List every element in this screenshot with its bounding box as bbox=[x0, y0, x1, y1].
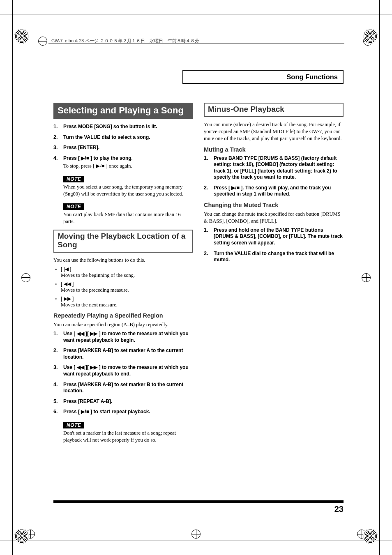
step-number: 5. bbox=[53, 398, 59, 405]
step-number: 6. bbox=[53, 409, 59, 415]
step-text: Turn the VALUE dial to change the track … bbox=[214, 251, 344, 263]
registration-mark-icon bbox=[191, 530, 201, 539]
crop-line-right bbox=[379, 0, 380, 555]
step-item: 1.Press MODE [SONG] so the button is lit… bbox=[53, 124, 193, 130]
note-badge: NOTE bbox=[63, 176, 84, 182]
registration-mark-icon bbox=[38, 37, 47, 46]
left-column: Selecting and Playing a Song 1.Press MOD… bbox=[53, 103, 193, 447]
step-number: 2. bbox=[204, 251, 210, 263]
crop-line-bottom bbox=[0, 541, 392, 541]
step-text: Press [REPEAT A-B]. bbox=[63, 398, 193, 405]
heading-muting-track: Muting a Track bbox=[204, 146, 344, 153]
step-number: 1. bbox=[204, 227, 210, 246]
footer-rule bbox=[53, 500, 344, 503]
step-number: 2. bbox=[204, 185, 210, 198]
step-text: Turn the VALUE dial to select a song. bbox=[63, 134, 193, 141]
fast-forward-icon: [ ▶▶ ] bbox=[61, 296, 74, 302]
button-desc: Moves to the next measure. bbox=[61, 302, 193, 308]
step-number: 1. bbox=[53, 331, 59, 343]
skip-start-icon: [ |◀ ] bbox=[61, 266, 71, 272]
right-column: Minus-One Playback You can mute (silence… bbox=[204, 103, 344, 447]
step-item: 2.Press [MARKER A-B] to set marker A to … bbox=[53, 348, 193, 360]
step-text: Press and hold one of the BAND TYPE butt… bbox=[214, 227, 344, 246]
step-item: 4.Press [ ▶/■ ] to play the song.To stop… bbox=[53, 155, 193, 169]
list-item: [ ▶▶ ]Moves to the next measure. bbox=[53, 296, 193, 308]
registration-mark-icon bbox=[21, 273, 30, 282]
heading-repeat-region: Repeatedly Playing a Specified Region bbox=[53, 312, 193, 319]
crop-line-top bbox=[0, 14, 392, 14]
heading-minus-one-playback: Minus-One Playback bbox=[204, 103, 344, 117]
step-main-text: Press [ ▶/■ ] to play the song. bbox=[63, 155, 133, 161]
step-number: 2. bbox=[53, 348, 59, 360]
step-text: Press [ ▶/■ ] to start repeat playback. bbox=[63, 409, 193, 415]
step-text: Press [ ▶/■ ]. The song will play, and t… bbox=[214, 185, 344, 198]
step-item: 3.Press [ENTER]. bbox=[53, 145, 193, 151]
color-registration-icon bbox=[14, 29, 29, 44]
section-title: Song Functions bbox=[286, 73, 338, 81]
step-sub-text: To stop, press [ ▶/■ ] once again. bbox=[63, 163, 193, 169]
step-text: Press MODE [SONG] so the button is lit. bbox=[63, 124, 193, 130]
step-item: 2.Turn the VALUE dial to select a song. bbox=[53, 134, 193, 141]
step-number: 1. bbox=[53, 124, 59, 130]
list-item: [ |◀ ]Moves to the beginning of the song… bbox=[53, 266, 193, 279]
step-number: 4. bbox=[53, 382, 59, 394]
button-desc: Moves to the preceding measure. bbox=[61, 287, 193, 293]
step-text: Press [MARKER A-B] to set marker A to th… bbox=[63, 348, 193, 360]
step-item: 5.Press [REPEAT A-B]. bbox=[53, 398, 193, 405]
rewind-icon: [ ◀◀ ] bbox=[61, 281, 74, 287]
color-registration-icon bbox=[363, 529, 378, 543]
note-text: When you select a user song, the tempora… bbox=[63, 184, 193, 198]
crop-line-left bbox=[12, 0, 13, 555]
step-text: Press BAND TYPE [DRUMS & BASS] (factory … bbox=[214, 155, 344, 181]
page-number: 23 bbox=[334, 504, 344, 514]
step-number: 3. bbox=[53, 145, 59, 151]
intro-text: You can use the following buttons to do … bbox=[53, 257, 193, 264]
steps-changing-muted: 1.Press and hold one of the BAND TYPE bu… bbox=[204, 227, 344, 263]
step-item: 6.Press [ ▶/■ ] to start repeat playback… bbox=[53, 409, 193, 415]
heading-selecting-playing-song: Selecting and Playing a Song bbox=[53, 103, 193, 119]
note-text: You can't play back SMF data that contai… bbox=[63, 211, 193, 225]
button-desc: Moves to the beginning of the song. bbox=[61, 272, 193, 279]
note-text: Don't set a marker in the last measure o… bbox=[63, 430, 193, 444]
step-text: Press [MARKER A-B] to set marker B to th… bbox=[63, 382, 193, 394]
heading-moving-playback-location: Moving the Playback Location of a Song bbox=[53, 230, 193, 253]
step-number: 2. bbox=[53, 134, 59, 141]
intro-text: You can make a specified region (A–B) pl… bbox=[53, 321, 193, 328]
step-item: 1.Press BAND TYPE [DRUMS & BASS] (factor… bbox=[204, 155, 344, 181]
header-breadcrumb: GW-7_e.book 23 ページ ２００５年２月１６日 水曜日 午前８時４８… bbox=[51, 38, 199, 44]
step-text: Press [ ▶/■ ] to play the song.To stop, … bbox=[63, 155, 193, 169]
section-title-box: Song Functions bbox=[182, 70, 344, 84]
note-badge: NOTE bbox=[63, 422, 84, 428]
steps-muting-track: 1.Press BAND TYPE [DRUMS & BASS] (factor… bbox=[204, 155, 344, 198]
step-number: 4. bbox=[53, 155, 59, 169]
step-number: 3. bbox=[53, 364, 59, 377]
step-item: 2.Press [ ▶/■ ]. The song will play, and… bbox=[204, 185, 344, 198]
list-item: [ ◀◀ ]Moves to the preceding measure. bbox=[53, 281, 193, 293]
color-registration-icon bbox=[14, 529, 29, 543]
registration-mark-icon bbox=[362, 273, 371, 282]
step-text: Use [ ◀◀ ][ ▶▶ ] to move to the measure … bbox=[63, 331, 193, 343]
step-item: 1.Press and hold one of the BAND TYPE bu… bbox=[204, 227, 344, 246]
heading-changing-muted-track: Changing the Muted Track bbox=[204, 202, 344, 208]
page-content: Song Functions Selecting and Playing a S… bbox=[53, 70, 344, 514]
step-item: 3.Use [ ◀◀ ][ ▶▶ ] to move to the measur… bbox=[53, 364, 193, 377]
step-item: 4.Press [MARKER A-B] to set marker B to … bbox=[53, 382, 193, 394]
steps-repeat-region: 1.Use [ ◀◀ ][ ▶▶ ] to move to the measur… bbox=[53, 331, 193, 415]
color-registration-icon bbox=[363, 29, 378, 44]
step-text: Press [ENTER]. bbox=[63, 145, 193, 151]
step-text: Use [ ◀◀ ][ ▶▶ ] to move to the measure … bbox=[63, 364, 193, 377]
step-number: 1. bbox=[204, 155, 210, 181]
step-item: 1.Use [ ◀◀ ][ ▶▶ ] to move to the measur… bbox=[53, 331, 193, 343]
steps-select-play: 1.Press MODE [SONG] so the button is lit… bbox=[53, 124, 193, 169]
intro-text: You can change the mute track specified … bbox=[204, 211, 344, 225]
playback-buttons-list: [ |◀ ]Moves to the beginning of the song… bbox=[53, 266, 193, 308]
note-badge: NOTE bbox=[63, 203, 84, 210]
step-item: 2.Turn the VALUE dial to change the trac… bbox=[204, 251, 344, 263]
intro-text: You can mute (silence) a desired track o… bbox=[204, 121, 344, 142]
